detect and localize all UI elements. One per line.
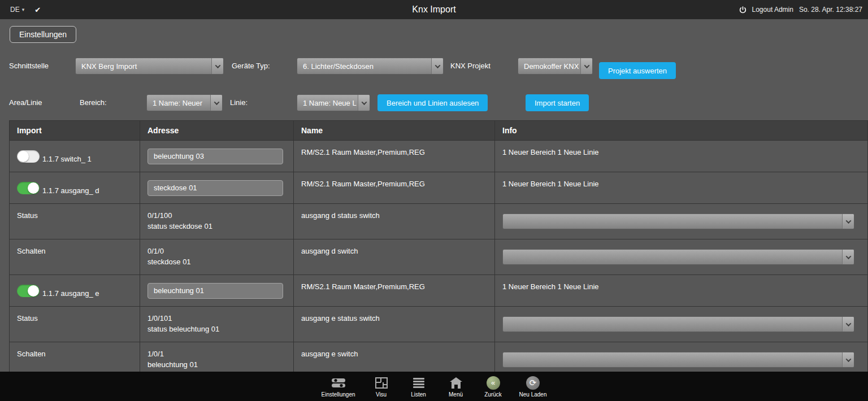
device-label: 1.1.7 switch_ 1: [42, 155, 92, 163]
projekt-auswerten-button[interactable]: Projekt auswerten: [599, 62, 676, 79]
name-cell: RM/S2.1 Raum Master,Premium,REG: [294, 275, 495, 306]
import-cell: Status: [10, 204, 140, 239]
adresse-cell: 1/0/101status beleuchtung 01: [140, 307, 294, 342]
name-text: RM/S2.1 Raum Master,Premium,REG: [301, 180, 425, 188]
geraete-typ-label: Geräte Typ:: [232, 58, 270, 75]
bereich-select[interactable]: 1 Name: Neuer: [146, 94, 223, 111]
info-text: 1 Neuer Bereich 1 Neue Linie: [502, 282, 599, 291]
sliders-icon: [331, 376, 346, 390]
column-header-adresse: Adresse: [140, 121, 294, 140]
ga-address-name: status beleuchtung 01: [147, 325, 219, 334]
bereich-label: Bereich:: [80, 94, 107, 111]
geraete-typ-value: 6. Lichter/Steckdosen: [297, 58, 431, 74]
device-label: 1.1.7 ausgang_ e: [42, 289, 99, 298]
toggle-knob: [18, 151, 29, 162]
chevron-down-icon: [358, 95, 370, 111]
nav-label: Menü: [449, 391, 463, 398]
adresse-cell: [140, 275, 294, 306]
list-icon: [413, 376, 425, 390]
bereich-linien-auslesen-button[interactable]: Bereich und Linien auslesen: [377, 94, 488, 111]
nav-label: Listen: [411, 391, 426, 398]
name-text: ausgang e switch: [301, 350, 358, 358]
logout-button[interactable]: Logout Admin: [752, 6, 793, 14]
linie-select[interactable]: 1 Name: Neue L: [297, 94, 370, 111]
adresse-cell: 0/1/0steckdose 01: [140, 239, 294, 274]
ga-address-name: status steckdose 01: [147, 222, 212, 231]
nav-label: Zurück: [484, 391, 502, 398]
info-cell: [495, 204, 868, 239]
nav-einstellungen[interactable]: Einstellungen: [322, 376, 355, 398]
check-icon: ✔: [34, 6, 41, 14]
schnittstelle-select[interactable]: KNX Berg Import: [75, 58, 224, 75]
info-cell: 1 Neuer Bereich 1 Neue Linie: [495, 172, 868, 203]
chevron-down-icon: [210, 95, 222, 111]
info-select[interactable]: [502, 249, 854, 265]
chevron-down-icon: [211, 58, 223, 74]
ga-address-name: beleuchtung 01: [147, 360, 198, 369]
schnittstelle-value: KNX Berg Import: [76, 58, 211, 74]
name-cell: RM/S2.1 Raum Master,Premium,REG: [294, 141, 495, 172]
nav-visu[interactable]: Visu: [370, 376, 393, 398]
import-toggle[interactable]: [17, 182, 40, 194]
floorplan-icon: [375, 376, 388, 390]
import-toggle[interactable]: [17, 150, 40, 163]
bottom-nav: Einstellungen Visu Listen Menü: [0, 372, 868, 401]
info-select[interactable]: [502, 352, 854, 368]
column-header-info: Info: [495, 121, 868, 140]
settings-button[interactable]: Einstellungen: [10, 26, 76, 43]
ga-address-name: steckdose 01: [147, 258, 191, 267]
import-table: Import Adresse Name Info 1.1.7 switch_ 1…: [9, 120, 868, 372]
import-toggle[interactable]: [17, 285, 40, 297]
ga-type-label: Schalten: [17, 350, 46, 358]
schnittstelle-label: Schnittstelle: [9, 58, 49, 75]
adresse-input[interactable]: [147, 283, 283, 299]
chevron-down-icon: ▾: [22, 7, 25, 12]
name-cell: ausgang d switch: [294, 239, 495, 274]
language-label: DE: [10, 6, 20, 14]
page-title: Knx Import: [0, 5, 868, 15]
power-icon[interactable]: [739, 6, 747, 14]
ga-type-label: Status: [17, 211, 38, 220]
info-cell: 1 Neuer Bereich 1 Neue Linie: [495, 141, 868, 172]
language-dropdown[interactable]: DE ▾: [10, 6, 24, 14]
import-cell: 1.1.7 ausgang_ d: [10, 172, 140, 203]
info-select[interactable]: [502, 213, 854, 229]
name-cell: ausgang d status switch: [294, 204, 495, 239]
chevron-down-icon: [842, 250, 854, 264]
chevron-down-icon: [842, 214, 854, 229]
geraete-typ-select[interactable]: 6. Lichter/Steckdosen: [297, 58, 444, 75]
nav-listen[interactable]: Listen: [407, 376, 430, 398]
name-cell: ausgang e status switch: [294, 307, 495, 342]
toggle-knob: [28, 182, 39, 194]
knx-projekt-label: KNX Projekt: [450, 58, 491, 75]
import-cell: Schalten: [10, 342, 140, 372]
nav-label: Neu Laden: [519, 391, 547, 398]
name-text: ausgang e status switch: [301, 314, 380, 322]
ga-type-label: Status: [17, 314, 38, 322]
ga-address: 0/1/100: [147, 211, 212, 220]
linie-value: 1 Name: Neue L: [297, 95, 358, 111]
import-cell: Status: [10, 307, 140, 342]
table-row: Schalten 1/0/1beleuchtung 01 ausgang e s…: [10, 342, 868, 372]
import-cell: Schalten: [10, 239, 140, 274]
nav-menue[interactable]: Menü: [445, 376, 467, 398]
import-starten-button[interactable]: Import starten: [526, 94, 589, 111]
info-select[interactable]: [502, 316, 854, 332]
adresse-input[interactable]: [147, 180, 283, 196]
linie-label: Linie:: [230, 94, 248, 111]
name-cell: RM/S2.1 Raum Master,Premium,REG: [294, 172, 495, 203]
import-cell: 1.1.7 switch_ 1: [10, 141, 140, 172]
table-row: 1.1.7 ausgang_ e RM/S2.1 Raum Master,Pre…: [10, 275, 868, 307]
ga-address: 1/0/1: [147, 350, 198, 359]
chevron-down-icon: [580, 58, 592, 74]
adresse-input[interactable]: [147, 149, 283, 164]
house-icon: [449, 376, 463, 390]
nav-neu-laden[interactable]: ⟳ Neu Laden: [519, 376, 547, 398]
nav-zurueck[interactable]: « Zurück: [482, 376, 505, 398]
knx-projekt-select[interactable]: Demokoffer KNX: [518, 58, 593, 75]
name-text: ausgang d status switch: [301, 211, 380, 220]
nav-label: Visu: [376, 391, 387, 398]
device-label: 1.1.7 ausgang_ d: [42, 186, 99, 195]
area-linie-label: Area/Linie: [9, 94, 42, 111]
nav-label: Einstellungen: [322, 391, 355, 398]
